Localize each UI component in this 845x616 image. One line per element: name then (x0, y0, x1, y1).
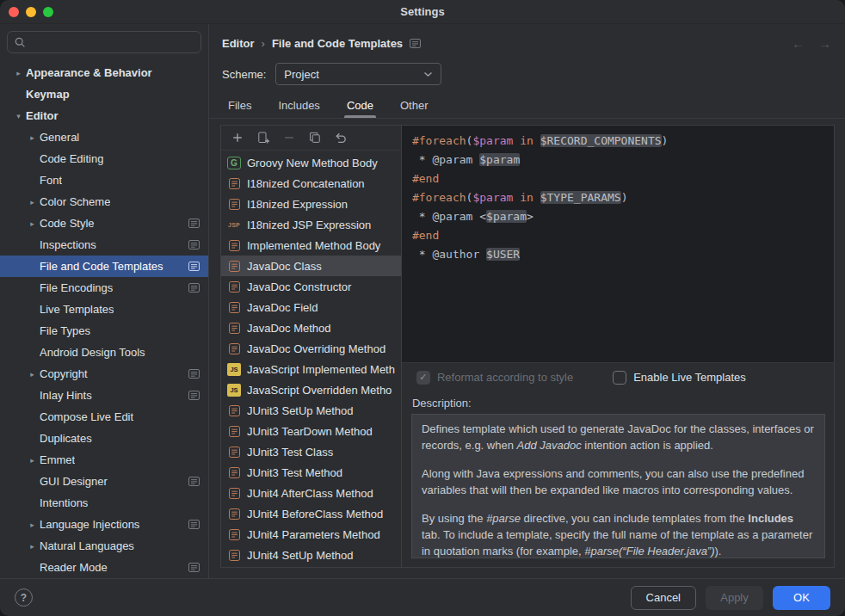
sidebar-item-reader-mode[interactable]: Reader Mode (0, 557, 208, 578)
chevron-right-icon[interactable]: ▸ (25, 521, 40, 529)
close-window-button[interactable] (9, 7, 19, 17)
copy-template-button[interactable] (305, 128, 324, 147)
sidebar-item-compose-live-edit[interactable]: Compose Live Edit (0, 406, 208, 428)
template-item-i18nized-concatenation[interactable]: I18nized Concatenation (221, 173, 401, 194)
cancel-button[interactable]: Cancel (631, 586, 696, 610)
ok-button[interactable]: OK (773, 586, 830, 610)
template-item-junit4-beforeclass-method[interactable]: JUnit4 BeforeClass Method (221, 503, 401, 524)
back-button[interactable]: ← (792, 36, 805, 51)
reformat-checkbox[interactable]: ✓ (416, 371, 430, 385)
template-item-junit4-parameters-method[interactable]: JUnit4 Parameters Method (221, 524, 401, 545)
template-item-junit3-test-method[interactable]: JUnit3 Test Method (221, 462, 401, 483)
chevron-right-icon[interactable]: ▸ (25, 133, 40, 142)
sidebar-item-font[interactable]: Font (0, 169, 208, 191)
settings-badge-icon (410, 39, 421, 48)
template-item-junit4-afterclass-method[interactable]: JUnit4 AfterClass Method (221, 483, 401, 503)
sidebar-item-inspections[interactable]: Inspections (0, 234, 208, 256)
template-item-javadoc-class[interactable]: JavaDoc Class (221, 256, 401, 276)
create-child-template-button[interactable] (254, 128, 273, 147)
template-editor[interactable]: #foreach($param in $RECORD_COMPONENTS) *… (402, 126, 834, 363)
sidebar-item-copyright[interactable]: ▸Copyright (0, 363, 208, 385)
apply-button[interactable]: Apply (706, 586, 763, 610)
code-line: #end (412, 169, 823, 188)
code-line: * @param <$param> (412, 207, 823, 226)
sidebar-item-label: Compose Live Edit (40, 410, 133, 423)
scheme-label: Scheme: (222, 68, 266, 81)
sidebar-item-language-injections[interactable]: ▸Language Injections (0, 514, 208, 535)
sidebar-item-keymap[interactable]: Keymap (0, 83, 208, 105)
tab-includes[interactable]: Includes (275, 92, 322, 118)
reset-to-default-button[interactable] (331, 128, 350, 147)
template-item-javadoc-field[interactable]: JavaDoc Field (221, 297, 401, 317)
sidebar-item-label: Emmet (40, 453, 75, 466)
template-item-label: JUnit4 Parameters Method (247, 528, 380, 541)
template-item-javadoc-method[interactable]: JavaDoc Method (221, 317, 401, 338)
template-item-javadoc-constructor[interactable]: JavaDoc Constructor (221, 276, 401, 297)
template-item-groovy-new-method-body[interactable]: GGroovy New Method Body (221, 152, 401, 173)
template-item-label: I18nized Expression (247, 198, 348, 211)
template-item-junit3-setup-method[interactable]: JUnit3 SetUp Method (221, 400, 401, 421)
sidebar-item-code-editing[interactable]: Code Editing (0, 148, 208, 169)
template-item-junit3-test-class[interactable]: JUnit3 Test Class (221, 441, 401, 462)
help-button[interactable]: ? (15, 588, 33, 607)
template-item-label: JUnit3 SetUp Method (247, 404, 354, 417)
sidebar-item-appearance-behavior[interactable]: ▸Appearance & Behavior (0, 62, 208, 83)
template-item-label: JavaDoc Overriding Method (247, 342, 385, 355)
code-line: * @author $USER (412, 245, 823, 264)
template-item-implemented-method-body[interactable]: Implemented Method Body (221, 235, 401, 256)
breadcrumb-parent[interactable]: Editor (222, 37, 255, 50)
tab-code[interactable]: Code (344, 92, 376, 118)
sidebar-item-color-scheme[interactable]: ▸Color Scheme (0, 191, 208, 213)
tab-files[interactable]: Files (225, 92, 254, 118)
chevron-down-icon[interactable]: ▾ (11, 112, 26, 120)
chevron-right-icon[interactable]: ▸ (11, 69, 26, 77)
sidebar-item-file-types[interactable]: File Types (0, 320, 208, 342)
sidebar-item-file-and-code-templates[interactable]: File and Code Templates (0, 256, 208, 277)
sidebar-item-code-style[interactable]: ▸Code Style (0, 213, 208, 234)
forward-button[interactable]: → (818, 36, 831, 51)
sidebar-item-label: Intentions (40, 496, 88, 509)
template-tabs: FilesIncludesCodeOther (209, 86, 845, 119)
history-navigation: ← → (792, 36, 831, 51)
sidebar-item-natural-languages[interactable]: ▸Natural Languages (0, 535, 208, 557)
fullscreen-window-button[interactable] (43, 7, 53, 17)
description-paragraph: Defines template which used to generate … (422, 421, 815, 453)
template-item-i18nized-expression[interactable]: I18nized Expression (221, 194, 401, 214)
template-item-junit4-setup-method[interactable]: JUnit4 SetUp Method (221, 545, 401, 565)
settings-search-input[interactable] (7, 31, 201, 53)
titlebar: Settings (0, 0, 845, 24)
template-item-javascript-implemented-meth[interactable]: JSJavaScript Implemented Meth (221, 359, 401, 379)
template-item-i18nized-jsp-expression[interactable]: JSPI18nized JSP Expression (221, 214, 401, 235)
create-template-button[interactable] (228, 128, 247, 147)
sidebar-item-general[interactable]: ▸General (0, 126, 208, 148)
scheme-row: Scheme: Project (209, 53, 845, 86)
sidebar-item-editor[interactable]: ▾Editor (0, 105, 208, 126)
template-item-label: JUnit4 AfterClass Method (247, 487, 373, 500)
template-item-junit3-teardown-method[interactable]: JUnit3 TearDown Method (221, 421, 401, 441)
chevron-down-icon (423, 71, 433, 77)
sidebar-item-label: Language Injections (40, 518, 139, 531)
tab-other[interactable]: Other (398, 92, 431, 118)
template-item-label: JavaScript Overridden Metho (247, 384, 392, 397)
scheme-select[interactable]: Project (275, 63, 441, 85)
chevron-right-icon[interactable]: ▸ (25, 542, 40, 551)
sidebar-item-inlay-hints[interactable]: Inlay Hints (0, 385, 208, 406)
chevron-right-icon[interactable]: ▸ (25, 370, 40, 379)
chevron-right-icon[interactable]: ▸ (25, 198, 40, 206)
remove-template-button[interactable] (280, 128, 299, 147)
file-template-icon (227, 342, 241, 355)
sidebar-item-file-encodings[interactable]: File Encodings (0, 277, 208, 299)
live-templates-checkbox[interactable] (613, 371, 626, 385)
sidebar-item-live-templates[interactable]: Live Templates (0, 299, 208, 320)
template-item-javascript-overridden-metho[interactable]: JSJavaScript Overridden Metho (221, 379, 401, 400)
chevron-right-icon[interactable]: ▸ (25, 456, 40, 465)
chevron-right-icon[interactable]: ▸ (25, 219, 40, 228)
settings-badge-icon (188, 391, 200, 400)
sidebar-item-gui-designer[interactable]: GUI Designer (0, 471, 208, 492)
sidebar-item-duplicates[interactable]: Duplicates (0, 428, 208, 449)
minimize-window-button[interactable] (26, 7, 36, 17)
template-item-javadoc-overriding-method[interactable]: JavaDoc Overriding Method (221, 338, 401, 359)
sidebar-item-intentions[interactable]: Intentions (0, 492, 208, 514)
sidebar-item-android-design-tools[interactable]: Android Design Tools (0, 342, 208, 363)
sidebar-item-emmet[interactable]: ▸Emmet (0, 449, 208, 471)
